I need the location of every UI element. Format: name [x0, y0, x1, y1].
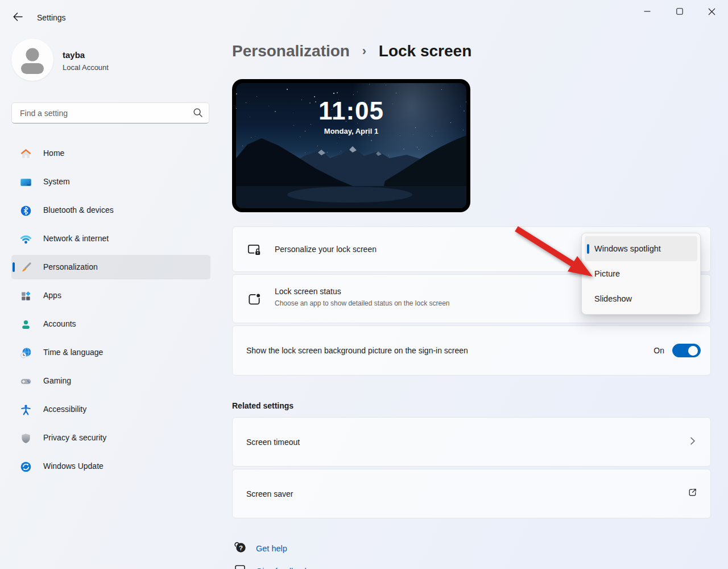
sidebar-item-gaming[interactable]: Gaming	[11, 369, 210, 393]
get-help-label: Get help	[256, 544, 287, 553]
dropdown-item-label: Picture	[594, 269, 620, 278]
windows-update-icon	[19, 460, 32, 473]
accounts-icon	[19, 318, 32, 331]
app-title: Settings	[37, 13, 66, 22]
related-row-screen-timeout[interactable]: Screen timeout	[232, 417, 711, 467]
settings-window: Settings tayba Local Account	[0, 0, 728, 569]
search-input[interactable]	[11, 102, 209, 123]
related-row-screen-saver[interactable]: Screen saver	[232, 469, 711, 518]
external-link-icon	[687, 487, 698, 500]
sidebar-item-system[interactable]: System	[11, 170, 210, 194]
give-feedback-icon	[232, 562, 248, 569]
home-icon	[19, 147, 32, 160]
apps-icon	[19, 289, 32, 303]
setting-title: Personalize your lock screen	[275, 245, 377, 254]
bluetooth-icon	[19, 204, 32, 217]
give-feedback-link[interactable]: Give feedback	[232, 562, 309, 569]
dropdown-item-slideshow[interactable]: Slideshow	[585, 286, 697, 311]
setting-title: Lock screen status	[275, 287, 341, 296]
window-controls	[631, 0, 728, 23]
avatar[interactable]	[11, 39, 53, 81]
account-name: tayba	[63, 50, 85, 60]
close-button[interactable]	[696, 0, 728, 23]
sidebar: Home System Bluetooth & devices Network …	[11, 141, 210, 483]
related-settings-header: Related settings	[232, 401, 293, 410]
network-icon	[19, 232, 32, 246]
close-icon	[708, 8, 715, 15]
sidebar-item-windows-update[interactable]: Windows Update	[11, 454, 210, 479]
setting-row-signin-background: Show the lock screen background picture …	[232, 325, 711, 376]
search-box	[11, 102, 209, 123]
signin-background-toggle[interactable]	[672, 344, 701, 357]
preview-date: Monday, April 1	[236, 127, 466, 135]
sidebar-item-network-internet[interactable]: Network & internet	[11, 226, 210, 251]
dropdown-item-picture[interactable]: Picture	[585, 261, 697, 286]
give-feedback-label: Give feedback	[256, 567, 309, 569]
personalization-icon	[19, 261, 32, 274]
preview-time: 11:05	[236, 98, 466, 124]
gaming-icon	[19, 374, 32, 388]
toggle-state-label: On	[653, 346, 664, 355]
preview-clock: 11:05 Monday, April 1	[236, 98, 466, 135]
account-type: Local Account	[63, 63, 109, 72]
chevron-right-icon	[688, 436, 698, 448]
page-title: Lock screen	[379, 42, 471, 60]
breadcrumb-separator-icon: ›	[362, 44, 366, 58]
back-arrow-icon	[13, 13, 23, 23]
lock-screen-preview: 11:05 Monday, April 1	[232, 79, 470, 212]
svg-text:?: ?	[239, 545, 243, 551]
sidebar-item-time-language[interactable]: Time & language	[11, 340, 210, 365]
breadcrumb-parent[interactable]: Personalization	[232, 42, 350, 60]
toggle-group: On	[653, 344, 701, 357]
system-icon	[19, 175, 32, 189]
lock-screen-dropdown-flyout: Windows spotlight Picture Slideshow	[581, 233, 701, 315]
setting-title: Show the lock screen background picture …	[246, 346, 468, 355]
minimize-button[interactable]	[631, 0, 663, 23]
personalize-lock-icon	[247, 242, 262, 257]
dropdown-item-label: Windows spotlight	[594, 244, 661, 253]
sidebar-item-accessibility[interactable]: Accessibility	[11, 397, 210, 422]
privacy-icon	[19, 431, 32, 445]
maximize-button[interactable]	[663, 0, 696, 23]
get-help-icon: ?	[232, 539, 248, 558]
related-title: Screen saver	[246, 489, 293, 498]
get-help-link[interactable]: ? Get help	[232, 539, 287, 558]
dropdown-item-windows-spotlight[interactable]: Windows spotlight	[585, 236, 697, 261]
sidebar-item-bluetooth-devices[interactable]: Bluetooth & devices	[11, 198, 210, 222]
sidebar-item-personalization[interactable]: Personalization	[11, 255, 210, 279]
lock-screen-photo: 11:05 Monday, April 1	[236, 83, 466, 208]
search-icon	[192, 107, 204, 121]
sidebar-item-privacy-security[interactable]: Privacy & security	[11, 426, 210, 450]
titlebar: Settings	[0, 0, 728, 26]
minimize-icon	[644, 8, 651, 15]
back-button[interactable]	[9, 9, 26, 26]
sidebar-item-accounts[interactable]: Accounts	[11, 312, 210, 336]
time-language-icon	[19, 346, 32, 360]
person-icon	[11, 39, 53, 81]
related-title: Screen timeout	[246, 438, 300, 447]
setting-subtitle: Choose an app to show detailed status on…	[275, 299, 450, 307]
accessibility-icon	[19, 403, 32, 417]
sidebar-item-apps[interactable]: Apps	[11, 283, 210, 308]
toggle-knob	[688, 346, 698, 356]
sidebar-item-home[interactable]: Home	[11, 141, 210, 166]
breadcrumb: Personalization › Lock screen	[232, 42, 471, 60]
maximize-icon	[676, 8, 683, 15]
dropdown-item-label: Slideshow	[594, 294, 632, 303]
lock-screen-status-icon	[247, 292, 262, 307]
